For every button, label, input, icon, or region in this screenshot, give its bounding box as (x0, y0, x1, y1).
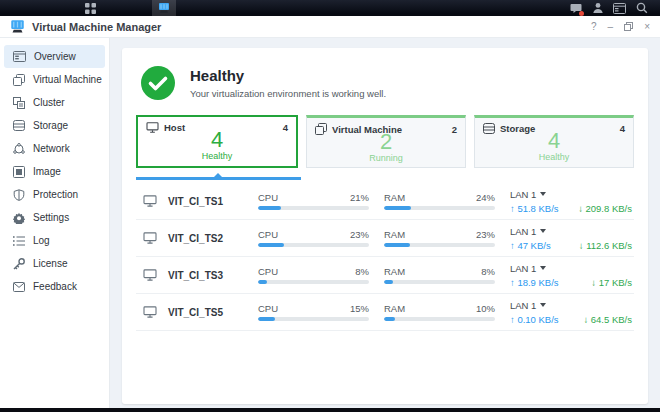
cpu-progressbar (258, 206, 369, 210)
upload-speed: ↑ 0.10 KB/s (510, 314, 559, 325)
storage-icon (483, 123, 495, 134)
cpu-meter: CPU21% (258, 192, 369, 210)
sidebar-item-feedback[interactable]: Feedback (4, 275, 105, 298)
topbar-left (0, 0, 176, 16)
summary-cards: Host 4 4 Healthy Virtual Machine 2 2 (136, 115, 634, 168)
host-row[interactable]: VIT_CI_TS1 CPU21% RAM24% LAN 1 (136, 183, 634, 220)
sidebar-item-storage[interactable]: Storage (4, 114, 105, 137)
sidebar-item-cluster[interactable]: Cluster (4, 91, 105, 114)
close-button[interactable]: × (644, 22, 650, 32)
sidebar-item-label: Feedback (33, 281, 77, 292)
sidebar-item-virtual-machine[interactable]: Virtual Machine (4, 68, 105, 91)
ram-percent: 24% (476, 192, 495, 203)
download-arrow-icon: ↓ (591, 277, 596, 288)
widgets-button[interactable] (613, 2, 626, 15)
sidebar-item-image[interactable]: Image (4, 160, 105, 183)
summary-card-host[interactable]: Host 4 4 Healthy (136, 115, 298, 168)
main-menu-button[interactable] (78, 0, 102, 16)
download-speed: ↓ 64.5 KB/s (583, 314, 632, 325)
sidebar-item-network[interactable]: Network (4, 137, 105, 160)
summary-card-storage[interactable]: Storage 4 4 Healthy (474, 115, 634, 168)
summary-card-virtual-machine[interactable]: Virtual Machine 2 2 Running (306, 115, 466, 168)
ram-percent: 8% (481, 266, 495, 277)
sidebar-item-log[interactable]: Log (4, 229, 105, 252)
widgets-icon (613, 3, 626, 14)
ram-progressbar (384, 206, 495, 210)
desktop-bottom-edge (0, 408, 660, 412)
sidebar-item-license[interactable]: License (4, 252, 105, 275)
search-button[interactable] (635, 2, 648, 15)
image-icon (13, 166, 25, 178)
log-list-icon (13, 236, 25, 246)
desktop-top-bar (0, 0, 660, 16)
minimize-button[interactable]: – (608, 22, 614, 32)
taskbar-vmm-app-button[interactable] (152, 0, 176, 16)
ram-label: RAM (384, 229, 405, 240)
sidebar-item-overview[interactable]: Overview (4, 45, 105, 68)
host-name: VIT_CI_TS2 (168, 233, 223, 244)
summary-card-status: Healthy (138, 151, 296, 161)
sidebar-item-label: Log (33, 235, 50, 246)
chevron-down-icon (540, 229, 546, 233)
lan-selector[interactable]: LAN 1 (510, 300, 632, 311)
download-speed: ↓ 17 KB/s (591, 277, 632, 288)
window-title: Virtual Machine Manager (32, 21, 161, 33)
user-menu-button[interactable] (591, 2, 604, 15)
upload-speed: ↑ 51.8 KB/s (510, 203, 559, 214)
ram-progressbar (384, 317, 495, 321)
vmm-app-icon (158, 2, 170, 14)
sidebar-item-settings[interactable]: Settings (4, 206, 105, 229)
cluster-icon (13, 97, 25, 109)
upload-speed: ↑ 18.9 KB/s (510, 277, 559, 288)
chevron-down-icon (540, 303, 546, 307)
lan-selector[interactable]: LAN 1 (510, 226, 632, 237)
apps-grid-icon (85, 3, 96, 14)
overview-card: Healthy Your virtualization environment … (122, 48, 648, 404)
upload-arrow-icon: ↑ (510, 314, 515, 325)
sidebar-item-label: License (33, 258, 67, 269)
shield-icon (13, 189, 25, 201)
ram-label: RAM (384, 192, 405, 203)
ram-meter: RAM8% (384, 266, 495, 284)
host-name: VIT_CI_TS5 (168, 307, 223, 318)
sidebar-item-label: Overview (34, 51, 76, 62)
lan-selector[interactable]: LAN 1 (510, 263, 632, 274)
lan-label: LAN 1 (510, 300, 536, 311)
storage-icon (13, 120, 25, 131)
upload-arrow-icon: ↑ (510, 203, 515, 214)
envelope-icon (13, 282, 25, 292)
host-monitor-icon (146, 122, 159, 133)
host-list: VIT_CI_TS1 CPU21% RAM24% LAN 1 (136, 183, 634, 331)
health-subtitle: Your virtualization environment is worki… (190, 88, 386, 99)
window-controls: ? – × (591, 22, 650, 32)
notifications-button[interactable] (569, 2, 582, 15)
virtual-machine-icon (315, 123, 327, 135)
network-icon (13, 143, 25, 155)
help-button[interactable]: ? (591, 22, 597, 32)
sidebar-item-label: Cluster (33, 97, 65, 108)
host-row[interactable]: VIT_CI_TS2 CPU23% RAM23% LAN 1 (136, 220, 634, 257)
user-icon (592, 2, 604, 14)
chevron-down-icon (540, 192, 546, 196)
cpu-percent: 15% (350, 303, 369, 314)
upload-speed: ↑ 47 KB/s (510, 240, 551, 251)
vmm-window-body: Overview Virtual Machine Cluster Storage… (0, 38, 660, 408)
host-row[interactable]: VIT_CI_TS5 CPU15% RAM10% LAN 1 (136, 294, 634, 331)
ram-label: RAM (384, 303, 405, 314)
key-icon (13, 258, 25, 270)
gear-icon (13, 212, 25, 224)
lan-selector[interactable]: LAN 1 (510, 189, 632, 200)
cpu-progressbar (258, 243, 369, 247)
sidebar-item-label: Storage (33, 120, 68, 131)
overview-icon (13, 51, 26, 62)
health-title: Healthy (190, 67, 386, 84)
cpu-meter: CPU8% (258, 266, 369, 284)
lan-label: LAN 1 (510, 226, 536, 237)
host-row[interactable]: VIT_CI_TS3 CPU8% RAM8% LAN 1 (136, 257, 634, 294)
dsm-desktop: Virtual Machine Manager ? – × Overview V… (0, 0, 660, 412)
host-monitor-icon (143, 269, 157, 281)
sidebar-item-label: Network (33, 143, 70, 154)
host-monitor-icon (143, 195, 157, 207)
maximize-button[interactable] (624, 22, 633, 31)
sidebar-item-protection[interactable]: Protection (4, 183, 105, 206)
